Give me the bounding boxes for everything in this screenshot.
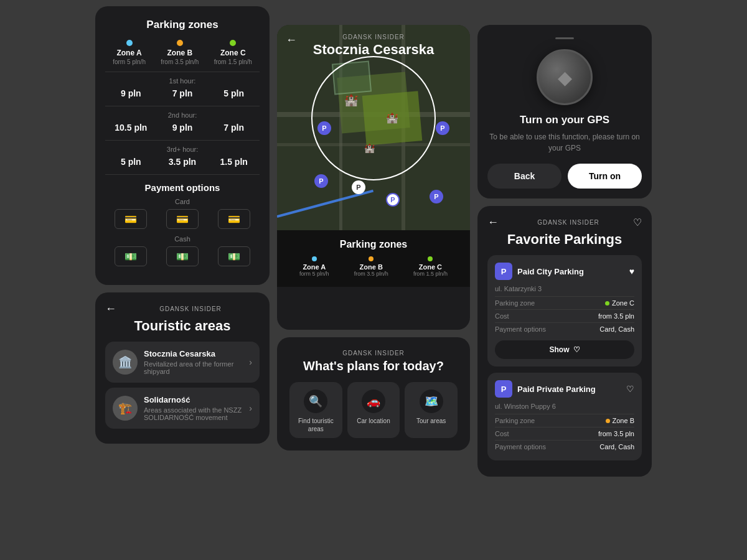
zone-b-price: from 3.5 pln/h xyxy=(161,58,199,65)
hour3-val-b: 3.5 pln xyxy=(157,157,209,167)
tour-back-icon[interactable]: ← xyxy=(105,302,116,315)
hour3-val-a: 5 pln xyxy=(105,157,157,167)
zone-b-name: Zone B xyxy=(161,49,199,57)
p-marker-3: P xyxy=(352,180,365,194)
zone-b-dot xyxy=(177,40,183,46)
cash-label: Cash xyxy=(105,235,260,243)
fav-header: ← GDANSK INSIDER ♡ xyxy=(487,216,642,229)
tour-info-1: Solidarność Areas associated with the NS… xyxy=(144,395,243,421)
plans-buttons: 🔍 Find touristic areas 🚗 Car location 🗺️… xyxy=(289,382,458,438)
favorite-parkings-card: ← GDANSK INSIDER ♡ Favorite Parkings P P… xyxy=(477,206,652,477)
parking-zone-dot-0 xyxy=(605,301,609,306)
hour3-val-c: 1.5 pln xyxy=(208,157,260,167)
zone-a-dot xyxy=(126,40,133,46)
zone-c: Zone C from 1.5 pln/h xyxy=(214,40,252,65)
parking-cost-row-0: Cost from 3.5 pln xyxy=(495,309,634,322)
back-button[interactable]: Back xyxy=(487,164,561,189)
zone-small-a-dot xyxy=(312,256,317,261)
parking-badge-0: P xyxy=(495,263,512,280)
zone-a-name: Zone A xyxy=(113,49,146,57)
zone-small-c-name: Zone C xyxy=(413,263,448,271)
parking-badge-1: P xyxy=(495,380,512,398)
map-card: ← GDANSK INSIDER Stocznia Cesarska 🏰 🏰 � xyxy=(277,25,470,330)
zone-small-a-price: form 5 pln/h xyxy=(299,271,329,277)
parking-payment-label-1: Payment options xyxy=(495,443,546,450)
zone-small-a: Zone A form 5 pln/h xyxy=(299,256,329,277)
parking-zone-val-1: Zone B xyxy=(606,417,634,424)
hour1-val-b: 7 pln xyxy=(157,88,209,98)
gps-subtitle: To be able to use this function, please … xyxy=(487,131,642,154)
parking-zone-row-0: Parking zone Zone C xyxy=(495,296,634,309)
parking-heart-1[interactable]: ♡ xyxy=(626,384,634,394)
parking-payment-row-0: Payment options Card, Cash xyxy=(495,322,634,335)
plan-btn-1[interactable]: 🚗 Car location xyxy=(347,382,400,438)
hour3-label: 3rd+ hour: xyxy=(105,146,260,153)
turn-on-button[interactable]: Turn on xyxy=(568,164,642,189)
p-marker-1: P xyxy=(317,121,331,135)
left-column: Parking zones Zone A form 5 pln/h Zone B… xyxy=(95,6,270,444)
parking-cost-label-0: Cost xyxy=(495,312,509,320)
tour-arrow-0: › xyxy=(249,357,252,367)
show-label-0: Show xyxy=(550,345,570,354)
parking-zone-label-1: Parking zone xyxy=(495,417,535,424)
parking-heart-0[interactable]: ♥ xyxy=(629,266,634,276)
plan-btn-2[interactable]: 🗺️ Tour areas xyxy=(405,382,458,438)
p-marker-4: P xyxy=(386,193,400,207)
tour-item-0[interactable]: 🏛️ Stocznia Cesarska Revitalized area of… xyxy=(105,342,260,383)
plan-btn-0[interactable]: 🔍 Find touristic areas xyxy=(289,382,342,438)
parking-zone-row-1: Parking zone Zone B xyxy=(495,414,634,427)
map-circle xyxy=(311,56,436,180)
card-icons-row: 💳 💳 💳 xyxy=(105,209,260,229)
parking-cost-val-1: from 3.5 pln xyxy=(598,430,634,437)
plan-label-0: Find touristic areas xyxy=(294,417,337,433)
zone-c-dot xyxy=(230,40,236,46)
parking-payment-label-0: Payment options xyxy=(495,325,546,333)
tour-desc-1: Areas associated with the NSZZ SOLIDARNO… xyxy=(144,406,243,421)
tour-title: Touristic areas xyxy=(105,318,260,334)
card-icon-1: 💳 xyxy=(115,209,147,229)
map-back-icon[interactable]: ← xyxy=(286,34,297,47)
hour2-row: 10.5 pln 9 pln 7 pln xyxy=(105,120,260,135)
hour2-val-b: 9 pln xyxy=(157,123,209,133)
tour-name-1: Solidarność xyxy=(144,395,243,404)
tour-info-0: Stocznia Cesarska Revitalized area of th… xyxy=(144,349,243,375)
fav-back-icon[interactable]: ← xyxy=(487,216,499,229)
tour-thumb-0: 🏛️ xyxy=(113,350,138,375)
zone-small-c: Zone C from 1.5 pln/h xyxy=(413,256,448,277)
parking-zone-text-1: Zone B xyxy=(613,417,634,424)
parking-cost-row-1: Cost from 3.5 pln xyxy=(495,427,634,440)
hour1-val-a: 9 pln xyxy=(105,88,157,98)
map-title: Stocznia Cesarska xyxy=(287,42,460,58)
card-icon-3: 💳 xyxy=(218,209,250,229)
parking-address-1: ul. Winston Puppy 6 xyxy=(495,403,634,410)
parking-zones-card: Parking zones Zone A form 5 pln/h Zone B… xyxy=(95,6,270,285)
tour-arrow-1: › xyxy=(249,403,252,413)
middle-column: ← GDANSK INSIDER Stocznia Cesarska 🏰 🏰 � xyxy=(277,6,470,450)
fav-header-heart-icon[interactable]: ♡ xyxy=(633,217,642,228)
hour3-row: 5 pln 3.5 pln 1.5 pln xyxy=(105,154,260,169)
tour-item-1[interactable]: 🏗️ Solidarność Areas associated with the… xyxy=(105,388,260,429)
touristic-areas-card: ← GDANSK INSIDER Touristic areas 🏛️ Stoc… xyxy=(95,292,270,444)
parking-cost-val-0: from 3.5 pln xyxy=(598,312,634,320)
zone-small-b: Zone B from 3.5 pln/h xyxy=(354,256,388,277)
p-marker-6: P xyxy=(430,190,443,203)
zone-c-name: Zone C xyxy=(214,49,252,57)
plans-card: GDANSK INSIDER What's plans for today? 🔍… xyxy=(277,337,470,450)
parking-name-0: Paid City Parking xyxy=(517,267,629,276)
tour-app-label: GDANSK INSIDER xyxy=(121,306,260,312)
gps-compass-icon xyxy=(537,49,593,105)
cash-icon-3: 💵 xyxy=(218,246,250,266)
show-button-0[interactable]: Show ♡ xyxy=(495,340,634,359)
parking-item-0-header: P Paid City Parking ♥ xyxy=(495,263,634,280)
zone-small-b-dot xyxy=(369,256,374,261)
zone-c-price: from 1.5 pln/h xyxy=(214,58,252,65)
parking-name-1: Paid Private Parking xyxy=(517,385,626,394)
gps-topbar xyxy=(555,37,574,39)
parking-zone-label-0: Parking zone xyxy=(495,299,535,307)
parking-zone-text-0: Zone C xyxy=(612,299,634,307)
parking-payment-val-0: Card, Cash xyxy=(599,325,634,333)
parking-payment-row-1: Payment options Card, Cash xyxy=(495,440,634,453)
p-marker-2: P xyxy=(436,121,449,135)
plans-title: What's plans for today? xyxy=(289,359,458,373)
zone-a-price: form 5 pln/h xyxy=(113,58,146,65)
